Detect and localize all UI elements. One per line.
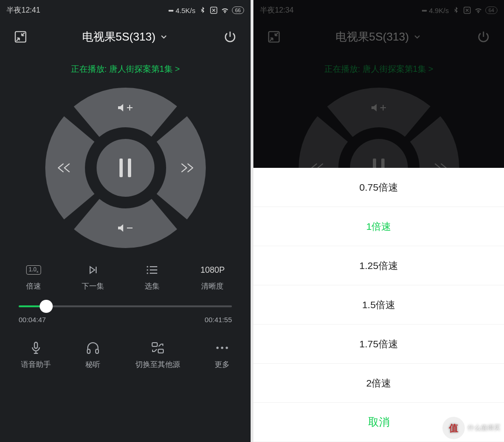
volume-up-icon xyxy=(116,101,135,115)
speed-icon: 1.0x xyxy=(26,264,42,276)
svg-point-10 xyxy=(216,347,218,349)
speed-option[interactable]: 1.75倍速 xyxy=(253,325,504,364)
speed-button[interactable]: 1.0x 倍速 xyxy=(26,264,42,291)
quality-button[interactable]: 1080P 清晰度 xyxy=(200,264,224,291)
forward-icon xyxy=(179,162,195,174)
power-button[interactable] xyxy=(474,28,493,46)
bluetooth-icon xyxy=(198,6,207,14)
watermark-text: 什么值得买 xyxy=(468,424,500,432)
watermark-badge: 值 xyxy=(442,417,465,439)
more-label: 更多 xyxy=(215,360,230,370)
device-title: 电视果5S(313) xyxy=(336,29,409,44)
headphones-icon xyxy=(86,341,100,354)
mic-icon xyxy=(30,341,42,354)
device-selector[interactable]: 电视果5S(313) xyxy=(82,29,168,44)
switch-source-button[interactable]: 切换至其他源 xyxy=(135,341,180,370)
status-time: 半夜12:34 xyxy=(260,6,294,15)
svg-point-2 xyxy=(147,266,148,267)
next-episode-button[interactable]: 下一集 xyxy=(82,264,104,291)
status-bar: 半夜12:41 ••• 4.5K/s 66 xyxy=(0,0,251,21)
svg-rect-9 xyxy=(158,349,163,353)
time-current: 00:04:47 xyxy=(19,316,46,324)
watermark: 值 什么值得买 xyxy=(442,417,500,439)
list-icon xyxy=(146,264,158,276)
svg-point-12 xyxy=(225,347,228,349)
app-header: 电视果5S(313) xyxy=(253,21,504,53)
switch-icon xyxy=(151,341,165,354)
battery-level: 64 xyxy=(485,7,497,14)
next-icon xyxy=(87,264,98,276)
device-title: 电视果5S(313) xyxy=(82,29,155,44)
bottom-row: 语音助手 秘听 切换至其他源 更多 xyxy=(0,341,251,370)
svg-point-4 xyxy=(147,272,148,274)
voice-assistant-button[interactable]: 语音助手 xyxy=(21,341,51,370)
speed-label: 倍速 xyxy=(26,282,41,291)
power-button[interactable] xyxy=(221,28,239,46)
minimize-button[interactable] xyxy=(265,28,283,46)
remote-screen: 半夜12:41 ••• 4.5K/s 66 电视果5S(313) 正在播放: 唐… xyxy=(0,0,251,442)
speed-option[interactable]: 1.5倍速 xyxy=(253,285,504,325)
speed-option[interactable]: 1.25倍速 xyxy=(253,246,504,285)
speed-option[interactable]: 1倍速 xyxy=(253,207,504,246)
status-time: 半夜12:41 xyxy=(7,6,40,15)
more-button[interactable]: 更多 xyxy=(215,341,230,370)
app-header: 电视果5S(313) xyxy=(0,21,251,53)
volume-down-icon xyxy=(116,221,135,235)
switch-label: 切换至其他源 xyxy=(135,360,180,370)
box-x-icon xyxy=(210,6,218,14)
svg-rect-6 xyxy=(87,349,90,353)
voice-label: 语音助手 xyxy=(21,360,51,370)
volume-up-icon xyxy=(370,101,388,115)
bluetooth-icon xyxy=(452,6,460,14)
minimize-button[interactable] xyxy=(11,28,30,46)
controls-row: 1.0x 倍速 下一集 选集 1080P 清晰度 xyxy=(0,264,251,291)
chevron-down-icon xyxy=(413,32,422,41)
play-pause-button[interactable] xyxy=(97,139,154,197)
speed-sheet: 0.75倍速1倍速1.25倍速1.5倍速1.75倍速2倍速取消 xyxy=(253,168,504,442)
status-net-speed: 4.9K/s xyxy=(429,7,449,14)
box-x-icon xyxy=(463,6,471,14)
battery-level: 66 xyxy=(232,7,244,14)
svg-rect-5 xyxy=(35,342,37,348)
rewind-icon xyxy=(56,162,72,174)
chevron-down-icon xyxy=(159,32,168,41)
episodes-button[interactable]: 选集 xyxy=(145,264,160,291)
progress-slider[interactable] xyxy=(19,305,232,307)
status-icons: ••• 4.5K/s 66 xyxy=(168,6,244,14)
more-icon xyxy=(215,341,229,354)
svg-point-3 xyxy=(147,269,148,270)
dpad xyxy=(45,88,206,248)
pause-icon xyxy=(119,159,131,177)
now-playing-link[interactable]: 正在播放: 唐人街探案第1集 > xyxy=(253,53,504,81)
device-selector[interactable]: 电视果5S(313) xyxy=(336,29,422,44)
next-label: 下一集 xyxy=(82,282,104,291)
episodes-label: 选集 xyxy=(145,282,160,291)
now-playing-link[interactable]: 正在播放: 唐人街探案第1集 > xyxy=(0,53,251,81)
time-total: 00:41:55 xyxy=(205,316,232,324)
quality-value: 1080P xyxy=(200,264,224,276)
svg-rect-8 xyxy=(152,343,157,346)
svg-rect-7 xyxy=(96,349,98,353)
status-bar: 半夜12:34 ••• 4.9K/s 64 xyxy=(253,0,504,21)
svg-point-11 xyxy=(221,347,223,349)
speed-option[interactable]: 2倍速 xyxy=(253,364,504,403)
wifi-icon xyxy=(474,6,483,14)
status-net-speed: 4.5K/s xyxy=(175,7,196,14)
progress-area: 00:04:47 00:41:55 xyxy=(0,305,251,324)
quality-label: 清晰度 xyxy=(201,282,224,291)
listen-label: 秘听 xyxy=(85,360,100,370)
speed-sheet-screen: 半夜12:34 ••• 4.9K/s 64 电视果5S(313) 正在播放: 唐… xyxy=(253,0,504,442)
secret-listen-button[interactable]: 秘听 xyxy=(85,341,100,370)
wifi-icon xyxy=(221,6,229,14)
speed-option[interactable]: 0.75倍速 xyxy=(253,168,504,207)
status-icons: ••• 4.9K/s 64 xyxy=(421,6,497,14)
